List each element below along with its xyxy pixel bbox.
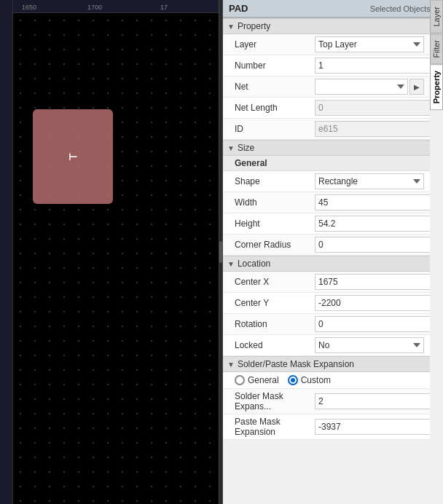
solder-mask-value[interactable]: mil: [315, 393, 430, 409]
center-y-row: Center Y mil: [223, 293, 430, 314]
ruler-left: [0, 0, 13, 504]
width-label: Width: [235, 197, 315, 208]
size-section-header[interactable]: ▼ Size: [223, 140, 430, 156]
net-row: Net ▶: [223, 76, 430, 98]
net-select[interactable]: [315, 79, 408, 95]
net-arrow-button[interactable]: ▶: [409, 79, 424, 95]
locked-row: Locked No: [223, 335, 430, 356]
width-row: Width mil: [223, 192, 430, 213]
pad-shape[interactable]: ⊢: [33, 109, 113, 204]
solder-mask-label: Solder Mask Expans...: [235, 391, 315, 412]
solder-mask-collapse-icon: ▼: [227, 361, 235, 369]
rotation-row: Rotation: [223, 314, 430, 335]
paste-mask-input[interactable]: [315, 419, 430, 435]
height-row: Height mil: [223, 213, 430, 235]
custom-radio-item[interactable]: Custom: [288, 375, 331, 385]
panel-content: ▼ Property Layer Top Layer Number Net ▶: [223, 18, 430, 504]
locked-value[interactable]: No: [315, 337, 424, 353]
corner-radius-row: Corner Radius %: [223, 235, 430, 256]
ruler-mark-1650: 1650: [22, 4, 36, 11]
layer-label: Layer: [235, 39, 315, 50]
side-tabs: Layer Filter Property: [430, 0, 443, 110]
number-input[interactable]: [315, 58, 430, 74]
general-radio-circle: [235, 375, 245, 385]
number-label: Number: [235, 60, 315, 71]
solder-mask-section-header[interactable]: ▼ Solder/Paste Mask Expansion: [223, 356, 430, 372]
dot-grid: [13, 13, 219, 504]
height-label: Height: [235, 218, 315, 229]
size-section-title: Size: [238, 143, 254, 153]
panel-header: PAD Selected Objects 1: [223, 0, 443, 18]
net-label: Net: [235, 82, 315, 92]
selected-badge: Selected Objects 1: [370, 4, 437, 13]
rotation-value[interactable]: [315, 316, 430, 332]
center-y-label: Center Y: [235, 298, 315, 308]
property-tab[interactable]: Property: [430, 64, 443, 110]
id-input: [315, 121, 430, 137]
number-value[interactable]: [315, 58, 430, 74]
corner-radius-label: Corner Radius: [235, 240, 315, 250]
center-x-label: Center X: [235, 277, 315, 287]
center-x-row: Center X mil: [223, 272, 430, 293]
center-x-value[interactable]: mil: [315, 274, 430, 290]
general-radio-item[interactable]: General: [235, 375, 279, 385]
property-section-header[interactable]: ▼ Property: [223, 18, 430, 34]
pad-label: ⊢: [68, 151, 77, 162]
solder-mask-input[interactable]: [315, 393, 430, 409]
custom-radio-dot: [291, 378, 295, 382]
ruler-top: 1650 1700 17: [0, 0, 219, 13]
shape-select[interactable]: Rectangle: [315, 173, 424, 189]
layer-select[interactable]: Top Layer: [315, 36, 424, 52]
filter-tab[interactable]: Filter: [430, 34, 443, 64]
custom-radio-circle: [288, 375, 298, 385]
canvas-area[interactable]: 1650 1700 17 ⊢: [0, 0, 219, 504]
id-value: [315, 121, 430, 137]
property-collapse-icon: ▼: [227, 23, 235, 31]
right-panel: PAD Selected Objects 1 ▼ Property Layer …: [223, 0, 443, 504]
custom-radio-label: Custom: [301, 375, 331, 385]
shape-row: Shape Rectangle: [223, 171, 430, 192]
property-section-title: Property: [238, 21, 270, 31]
rotation-label: Rotation: [235, 319, 315, 329]
shape-value[interactable]: Rectangle: [315, 173, 424, 189]
layer-value[interactable]: Top Layer: [315, 36, 424, 52]
location-section-header[interactable]: ▼ Location: [223, 256, 430, 272]
id-row: ID: [223, 119, 430, 140]
id-label: ID: [235, 124, 315, 134]
net-length-row: Net Length mil: [223, 98, 430, 119]
center-x-input[interactable]: [315, 274, 430, 290]
rotation-input[interactable]: [315, 316, 430, 332]
width-value[interactable]: mil: [315, 194, 430, 210]
corner-radius-input[interactable]: [315, 237, 430, 253]
center-y-value[interactable]: mil: [315, 295, 430, 311]
paste-mask-value[interactable]: mil: [315, 419, 430, 435]
location-collapse-icon: ▼: [227, 260, 235, 268]
mask-radio-row: General Custom: [223, 372, 430, 389]
paste-mask-row: Paste Mask Expansion mil: [223, 414, 430, 440]
width-input[interactable]: [315, 194, 430, 210]
layer-tab[interactable]: Layer: [430, 0, 443, 34]
net-value[interactable]: ▶: [315, 79, 424, 95]
paste-mask-label: Paste Mask Expansion: [235, 417, 315, 437]
ruler-mark-1700: 1700: [87, 4, 102, 11]
ruler-mark-17: 17: [160, 4, 168, 11]
size-collapse-icon: ▼: [227, 144, 235, 152]
center-y-input[interactable]: [315, 295, 430, 311]
general-subsection-header: General: [223, 156, 430, 171]
location-section-title: Location: [238, 259, 270, 269]
divider-handle: [219, 241, 222, 263]
number-row: Number: [223, 55, 430, 76]
general-radio-label: General: [248, 375, 279, 385]
panel-title: PAD: [229, 3, 248, 14]
locked-select[interactable]: No: [315, 337, 424, 353]
height-input[interactable]: [315, 216, 430, 232]
net-length-label: Net Length: [235, 103, 315, 113]
locked-label: Locked: [235, 340, 315, 350]
shape-label: Shape: [235, 176, 315, 186]
solder-mask-section-title: Solder/Paste Mask Expansion: [238, 359, 354, 369]
solder-mask-row: Solder Mask Expans... mil: [223, 389, 430, 414]
corner-radius-value[interactable]: %: [315, 237, 430, 253]
layer-row: Layer Top Layer: [223, 34, 430, 55]
net-length-value: mil: [315, 100, 430, 116]
height-value[interactable]: mil: [315, 216, 430, 232]
